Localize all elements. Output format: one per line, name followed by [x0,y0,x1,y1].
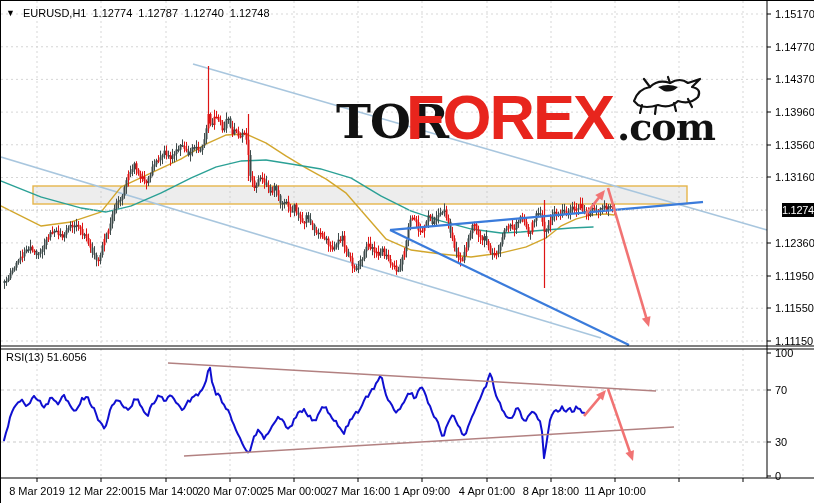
time-axis-label: 25 Mar 00:00 [262,485,327,497]
price-axis-label: 1.15170 [775,8,814,20]
time-axis-label: 1 Apr 09:00 [394,485,450,497]
price-axis-label: 1.14770 [775,41,814,53]
price-axis-label: 1.13560 [775,139,814,151]
high-value: 1.12787 [138,7,178,19]
bull-sketch-icon [628,75,706,117]
rsi-axis-label: 100 [775,347,793,359]
open-value: 1.12774 [93,7,133,19]
time-axis-label: 8 Apr 18:00 [523,485,579,497]
price-axis-label: 1.13160 [775,171,814,183]
rsi-indicator-label: RSI(13) 51.6056 [6,351,87,363]
time-axis-label: 12 Mar 22:00 [69,485,134,497]
brand-watermark: TOR FOREX .com [336,73,708,153]
trading-chart-window: ▼ EURUSD,H1 1.12774 1.12787 1.12740 1.12… [0,0,814,503]
rsi-axis-label: 30 [775,436,787,448]
low-value: 1.12740 [184,7,224,19]
rsi-axis-label: 0 [775,470,781,482]
brand-name-text: FOREX [406,81,613,153]
price-axis-label: 1.11150 [775,335,813,347]
rsi-axis-label: 70 [775,384,787,396]
time-axis-label: 11 Apr 10:00 [584,485,646,497]
time-axis-label: 8 Mar 2019 [9,485,65,497]
time-axis-label: 27 Mar 16:00 [326,485,391,497]
symbol-ohlc-line: ▼ EURUSD,H1 1.12774 1.12787 1.12740 1.12… [6,7,270,19]
time-axis-label: 4 Apr 01:00 [459,485,515,497]
chevron-down-icon[interactable]: ▼ [6,8,15,18]
time-axis-label: 15 Mar 14:00 [134,485,199,497]
close-value: 1.12748 [230,7,270,19]
symbol-label: EURUSD,H1 [23,7,87,19]
price-axis-label: 1.11950 [775,270,814,282]
price-axis-label: 1.14370 [775,73,814,85]
current-price-tag: 1.12748 [782,203,814,217]
price-axis-label: 1.11550 [775,302,814,314]
time-axis-label: 20 Mar 07:00 [198,485,263,497]
price-axis-label: 1.12360 [775,237,814,249]
price-axis-label: 1.13960 [775,106,814,118]
